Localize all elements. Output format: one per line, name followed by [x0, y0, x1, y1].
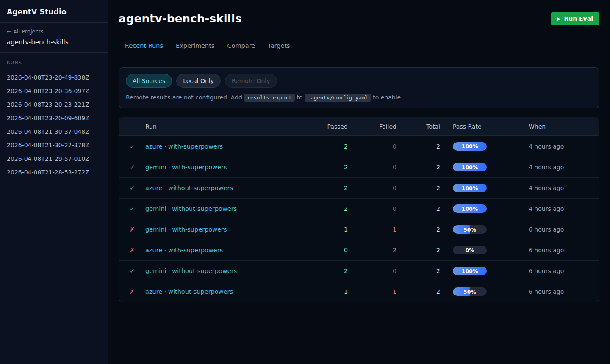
total-cell: 2 — [396, 143, 440, 150]
sidebar-run-item[interactable]: 2026-04-08T23-20-49-838Z — [7, 71, 101, 84]
main-content: agentv-bench-skills ▶ Run Eval Recent Ru… — [108, 0, 610, 364]
sidebar-run-item[interactable]: 2026-04-08T23-20-23-221Z — [7, 98, 101, 111]
note-prefix: Remote results are not configured. Add — [126, 94, 242, 101]
failed-cell: 0 — [348, 267, 396, 274]
pass-rate-cell: 100% — [440, 163, 522, 171]
filter-chip-all-sources[interactable]: All Sources — [126, 74, 172, 88]
note-suffix: to enable. — [373, 94, 402, 101]
code-results-export: results.export — [244, 94, 294, 102]
runs-table: Run Passed Failed Total Pass Rate When ✓… — [119, 117, 599, 302]
sidebar-run-item[interactable]: 2026-04-08T21-30-27-378Z — [7, 138, 101, 152]
run-link[interactable]: azure · with-superpowers — [145, 143, 223, 150]
pass-check-icon: ✓ — [130, 143, 135, 150]
pass-rate-pill: 100% — [453, 184, 487, 192]
run-link[interactable]: gemini · without-superpowers — [145, 205, 237, 212]
total-cell: 2 — [396, 267, 440, 274]
all-projects-back-link[interactable]: ← All Projects — [7, 28, 101, 35]
pass-rate-cell: 0% — [440, 246, 522, 254]
pass-rate-pill: 50% — [453, 225, 487, 234]
run-link[interactable]: azure · without-superpowers — [145, 288, 233, 295]
column-header-failed: Failed — [348, 123, 396, 130]
passed-cell: 2 — [301, 164, 348, 171]
pass-rate-label: 50% — [453, 287, 487, 296]
tab-compare[interactable]: Compare — [221, 38, 261, 55]
filter-chip-local-only[interactable]: Local Only — [176, 74, 221, 88]
sidebar-project-name: agentv-bench-skills — [7, 39, 101, 46]
total-cell: 2 — [396, 205, 440, 212]
failed-cell: 0 — [348, 185, 396, 191]
when-cell: 6 hours ago — [522, 226, 599, 233]
pass-rate-cell: 100% — [440, 204, 522, 213]
table-row: ✓ ✗ azure · without-superpowers 1 1 2 50… — [119, 281, 599, 302]
when-cell: 4 hours ago — [522, 164, 599, 171]
table-row: ✓ ✗ azure · with-superpowers 0 2 2 0% 6 … — [119, 240, 599, 260]
sidebar-header: AgentV Studio — [0, 0, 108, 23]
play-icon: ▶ — [557, 17, 560, 21]
run-link[interactable]: azure · without-superpowers — [145, 185, 233, 191]
total-cell: 2 — [396, 247, 440, 254]
sidebar-run-item[interactable]: 2026-04-08T23-20-36-097Z — [7, 84, 101, 98]
run-link[interactable]: gemini · with-superpowers — [145, 226, 227, 233]
failed-cell: 0 — [348, 143, 396, 150]
column-header-run: Run — [145, 123, 301, 130]
note-middle: to — [297, 94, 302, 101]
failed-cell: 0 — [348, 205, 396, 212]
status-cell: ✓ ✗ — [119, 267, 145, 274]
failed-cell: 1 — [348, 288, 396, 295]
back-arrow-icon: ← — [7, 28, 11, 35]
passed-cell: 2 — [301, 143, 348, 150]
page-title: agentv-bench-skills — [119, 12, 242, 25]
run-link[interactable]: gemini · with-superpowers — [145, 164, 227, 171]
tab-recent-runs[interactable]: Recent Runs — [119, 38, 169, 55]
filter-chip-remote-only: Remote Only — [225, 74, 277, 88]
pass-rate-pill: 100% — [453, 142, 487, 151]
status-cell: ✓ ✗ — [119, 164, 145, 171]
total-cell: 2 — [396, 288, 440, 295]
run-link[interactable]: azure · with-superpowers — [145, 247, 223, 254]
column-header-when: When — [522, 123, 599, 130]
run-eval-button[interactable]: ▶ Run Eval — [551, 12, 599, 25]
sidebar-run-item[interactable]: 2026-04-08T21-30-37-048Z — [7, 125, 101, 138]
status-cell: ✓ ✗ — [119, 185, 145, 191]
status-cell: ✓ ✗ — [119, 288, 145, 295]
sidebar-run-item[interactable]: 2026-04-08T23-20-09-609Z — [7, 111, 101, 125]
run-cell: azure · with-superpowers — [145, 247, 301, 254]
runs-table-header: Run Passed Failed Total Pass Rate When — [119, 117, 599, 136]
total-cell: 2 — [396, 226, 440, 233]
run-cell: gemini · without-superpowers — [145, 205, 301, 212]
passed-cell: 2 — [301, 267, 348, 274]
tab-experiments[interactable]: Experiments — [169, 38, 221, 55]
column-header-pass-rate: Pass Rate — [440, 123, 522, 130]
pass-rate-pill: 100% — [453, 267, 487, 275]
when-cell: 6 hours ago — [522, 267, 599, 274]
sidebar: AgentV Studio ← All Projects agentv-benc… — [0, 0, 108, 364]
passed-cell: 2 — [301, 205, 348, 212]
sidebar-run-item[interactable]: 2026-04-08T21-28-53-272Z — [7, 165, 101, 179]
source-filter-chips: All Sources Local Only Remote Only — [126, 74, 592, 88]
pass-rate-cell: 100% — [440, 184, 522, 192]
status-cell: ✓ ✗ — [119, 205, 145, 212]
run-cell: gemini · with-superpowers — [145, 226, 301, 233]
pass-rate-label: 50% — [453, 225, 487, 234]
failed-cell: 0 — [348, 164, 396, 171]
code-config-yaml: .agentv/config.yaml — [305, 94, 371, 102]
pass-rate-cell: 50% — [440, 287, 522, 296]
passed-cell: 0 — [301, 247, 348, 254]
total-cell: 2 — [396, 164, 440, 171]
table-row: ✓ ✗ gemini · with-superpowers 2 0 2 100%… — [119, 157, 599, 177]
fail-cross-icon: ✗ — [130, 247, 135, 254]
runs-section-label: RUNS — [7, 60, 101, 66]
pass-rate-pill: 0% — [453, 246, 487, 254]
topbar: agentv-bench-skills ▶ Run Eval — [119, 10, 599, 27]
sidebar-run-item[interactable]: 2026-04-08T21-29-57-010Z — [7, 152, 101, 165]
tab-targets[interactable]: Targets — [261, 38, 296, 55]
status-cell: ✓ ✗ — [119, 226, 145, 233]
status-cell: ✓ ✗ — [119, 247, 145, 254]
total-cell: 2 — [396, 185, 440, 191]
sidebar-project-section: ← All Projects agentv-bench-skills — [0, 23, 108, 53]
passed-cell: 1 — [301, 226, 348, 233]
run-link[interactable]: gemini · without-superpowers — [145, 267, 237, 274]
run-cell: azure · without-superpowers — [145, 185, 301, 191]
passed-cell: 2 — [301, 185, 348, 191]
failed-cell: 2 — [348, 247, 396, 254]
